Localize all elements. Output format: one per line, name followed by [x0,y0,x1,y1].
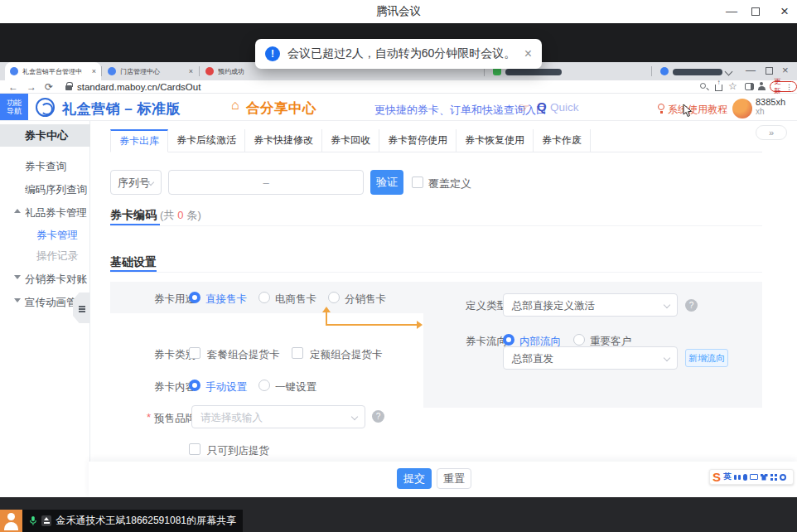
submit-button[interactable]: 提交 [397,468,432,489]
browser-restore-icon[interactable] [766,67,773,75]
bookmark-star-icon[interactable]: ☆ [728,80,737,92]
ime-toolbar[interactable]: S 英 [709,469,794,485]
microphone-icon[interactable] [743,474,747,481]
tab-close-icon[interactable]: × [92,67,96,75]
caret-down-icon[interactable] [14,275,21,279]
usage-radio-direct[interactable] [189,292,200,303]
tab-card-recycle[interactable]: 券卡回收 [322,129,379,152]
usage-radio-ecommerce[interactable] [258,292,270,303]
verify-button[interactable]: 验证 [370,170,403,195]
browser-minimize-icon[interactable]: — [746,65,756,76]
codes-section-title-row: 券卡编码 (共 0 条) [110,208,201,223]
connector-line [326,324,418,326]
flow-radio-internal[interactable] [503,334,514,346]
content-radio-manual[interactable] [189,380,200,391]
sidebar-item-code-sequence-query[interactable]: 编码序列查询 [25,183,87,197]
category-checkbox-package[interactable] [189,347,200,359]
define-type-label: 定义类型 [466,299,507,313]
required-mark: * [147,411,151,423]
skin-icon[interactable] [761,474,768,481]
user-subname: xh [756,107,765,116]
microphone-icon [29,515,37,527]
window-maximize-icon[interactable] [751,7,760,16]
user-avatar[interactable] [732,99,752,118]
store-only-label[interactable]: 只可到店提货 [207,444,269,458]
sidebar-collapse-handle[interactable] [73,293,89,323]
sidebar-item-gift-card-management[interactable]: 礼品券卡管理 [25,206,87,220]
category-option-package[interactable]: 套餐组合提货卡 [207,348,280,362]
usage-radio-distribution[interactable] [328,292,340,303]
forward-icon[interactable]: → [27,81,36,93]
side-panel-icon[interactable] [745,83,754,90]
tab-resume-use[interactable]: 券卡恢复使用 [456,129,534,152]
usage-option-ecommerce[interactable]: 电商售卡 [275,293,316,307]
define-type-value: 总部直接定义激活 [512,294,595,317]
meeting-notification: ! 会议已超过2人，自动转为60分钟限时会议。 × [255,39,542,69]
update-button[interactable]: 更新 ⋮ [770,81,797,92]
favicon [108,67,116,75]
help-icon[interactable]: ? [372,410,384,423]
tab-quick-modify[interactable]: 券卡快捷修改 [245,129,322,152]
codes-count-suffix: 条) [187,208,201,223]
tab-card-outbound[interactable]: 券卡出库 [110,129,168,152]
overwrite-checkbox[interactable] [412,177,423,188]
flow-radio-vip[interactable] [573,334,585,346]
brand-select[interactable]: 请选择或输入 [191,405,365,428]
define-type-select[interactable]: 总部直接定义激活 [503,293,678,317]
meeting-title: 腾讯会议 [0,0,797,23]
profile-icon[interactable] [757,82,766,90]
content-option-manual[interactable]: 手动设置 [205,380,247,394]
tab-suspend-use[interactable]: 券卡暂停使用 [379,129,456,152]
expand-more-button[interactable]: » [756,125,787,140]
url-text[interactable]: standard.maboy.cn/CardsOut [77,82,200,92]
help-icon[interactable]: ? [685,299,698,312]
reset-button[interactable]: 重置 [437,468,471,489]
window-close-icon[interactable]: × [775,2,794,22]
ime-punctuation-icon[interactable] [734,475,737,480]
category-checkbox-fixed[interactable] [292,347,303,359]
codes-count: 0 [177,209,183,221]
caret-down-icon[interactable] [14,298,21,302]
gear-icon[interactable] [780,474,786,481]
store-only-checkbox[interactable] [189,443,200,455]
caret-up-icon[interactable] [14,209,21,213]
sidebar-item-operation-log[interactable]: 操作记录 [36,249,78,264]
usage-option-direct[interactable]: 直接售卡 [205,293,247,307]
tutorial-link[interactable]: 系统使用教程 [668,103,727,117]
add-flow-button[interactable]: 新增流向 [685,349,728,367]
nav-toggle-button[interactable]: 功能 导航 [0,94,28,120]
quick-search-label[interactable]: Quick [550,101,579,114]
lock-icon[interactable] [65,85,72,90]
tab-separator [651,66,652,76]
share-icon[interactable] [715,85,722,91]
usage-option-distribution[interactable]: 分销售卡 [345,293,386,307]
tab-followup-activation[interactable]: 券卡后续激活 [168,129,245,152]
notification-close-icon[interactable]: × [524,47,532,60]
sharer-avatar-icon [0,510,22,532]
field-select[interactable]: 序列号 [110,170,162,195]
serial-range-input[interactable] [168,170,364,195]
browser-tab-1[interactable]: 礼盒营销平台管理中心 × [5,62,101,80]
sidebar-item-distribution-reconciliation[interactable]: 分销券卡对账 [25,273,87,287]
browser-close-icon[interactable]: × [782,64,789,76]
menu-dots-icon[interactable]: ⋮ [785,83,793,91]
window-minimize-icon[interactable]: — [722,2,741,21]
flow-select[interactable]: 总部直发 [503,346,678,370]
tab-close-icon[interactable]: × [189,67,193,75]
toolbox-icon[interactable] [770,474,773,476]
tab-card-void[interactable]: 券卡作废 [534,129,591,152]
zoom-icon[interactable] [700,83,706,89]
share-center-link[interactable]: 合分享中心 [246,99,316,118]
content-radio-onekey[interactable] [258,380,270,391]
sidebar-item-card-management[interactable]: 券卡管理 [36,229,78,243]
ime-mode-label[interactable]: 英 [723,472,732,482]
category-option-fixed[interactable]: 定额组合提货卡 [310,348,383,362]
chevron-down-icon [664,355,670,361]
keyboard-icon[interactable] [750,474,758,480]
back-icon[interactable]: ← [8,81,18,93]
search-q-icon[interactable]: Q [537,99,547,114]
content-option-onekey[interactable]: 一键设置 [275,380,316,394]
browser-tab-2[interactable]: 门店管理中心 × [103,62,198,80]
sidebar-item-card-query[interactable]: 券卡查询 [25,160,66,174]
refresh-icon[interactable]: ⟳ [45,81,53,93]
